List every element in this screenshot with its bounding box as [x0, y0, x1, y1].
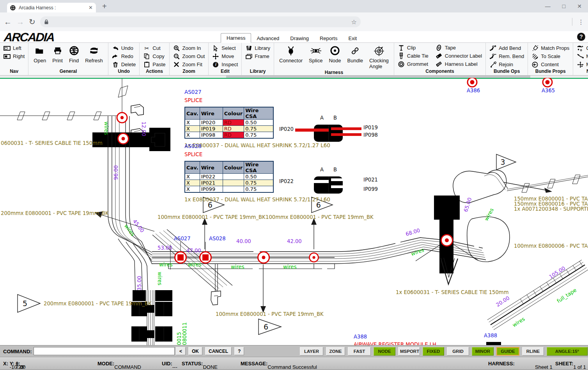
canvas-label: wires	[188, 262, 202, 268]
toggle-angle-15-[interactable]: ANGLE:15°	[547, 347, 588, 356]
move-relative-button[interactable]: Move Relative	[575, 61, 588, 68]
rejoin-icon	[489, 61, 496, 68]
command-label: COMMAND:	[3, 349, 32, 354]
toggle-node[interactable]: NODE	[374, 347, 395, 356]
rail-top-left	[0, 79, 128, 120]
cable-tie-button[interactable]: Cable Tie	[396, 52, 430, 60]
open-button[interactable]: Open	[30, 44, 49, 63]
move-button[interactable]: Move	[211, 53, 239, 60]
canvas-label: B	[333, 167, 337, 173]
copy-button[interactable]: Copy	[142, 53, 167, 60]
window-maximize-icon[interactable]: □	[562, 3, 565, 9]
redo-button[interactable]: Redo	[110, 53, 138, 60]
connector-button[interactable]: Connector	[276, 44, 306, 63]
to-scale-button[interactable]: To Scale	[530, 53, 571, 60]
left-button[interactable]: Left	[2, 44, 26, 52]
browser-menu-icon[interactable]: ⋮	[578, 18, 584, 26]
toggle-zone[interactable]: ZONE	[326, 347, 345, 356]
group-label-undo: Undo	[110, 68, 138, 75]
match-props-button[interactable]: Match Props	[530, 44, 571, 52]
flag-3[interactable]: 3	[496, 154, 516, 170]
drawing-canvas[interactable]: 56663 0600031 - T- SERIES CABLE TIE 150m…	[0, 78, 588, 345]
inspect-button[interactable]: iInspect	[211, 61, 239, 68]
add-bend-button[interactable]: Add Bend	[488, 44, 526, 52]
harness-label-icon	[436, 61, 443, 67]
canvas-label: 0600031 - T- SERIES CABLE TIE 150mm	[1, 140, 103, 146]
tape-button[interactable]: Tape	[434, 44, 484, 51]
browser-tab[interactable]: Arcadia Harness : ✕	[7, 3, 96, 12]
group-label-node-ops: Node Ops	[575, 68, 588, 75]
toggle-minor[interactable]: MINOR	[472, 347, 494, 356]
tab-advanced[interactable]: Advanced	[251, 34, 285, 43]
zoom-in-icon	[173, 45, 180, 51]
find-button[interactable]: Find	[66, 44, 82, 63]
canvas-label: 105.00	[548, 265, 566, 280]
find-globe-icon	[69, 44, 79, 57]
node-button[interactable]: Node	[326, 44, 344, 63]
rail-top-right	[504, 175, 588, 193]
zoom-fit-button[interactable]: Zoom Fit	[172, 61, 207, 68]
group-label-harness: Harness	[276, 69, 392, 76]
window-close-icon[interactable]: ✕	[577, 3, 582, 9]
select-button[interactable]: Select	[211, 44, 239, 52]
tab-close-icon[interactable]: ✕	[89, 5, 93, 11]
canvas-label: A365	[542, 88, 555, 93]
clocking-angle-button[interactable]: Clocking Angle	[366, 44, 392, 69]
paste-button[interactable]: Paste	[142, 61, 167, 68]
toggle-rline[interactable]: RLINE	[522, 347, 544, 356]
command-ok-button[interactable]: OK	[188, 347, 202, 355]
delete-button[interactable]: Delete	[110, 61, 138, 68]
rem-bend-button[interactable]: Rem. Bend	[488, 53, 526, 60]
forward-icon[interactable]: →	[16, 18, 24, 26]
command-?-button[interactable]: ?	[234, 347, 244, 355]
frame-button[interactable]: Frame	[244, 53, 272, 60]
toggle-layer[interactable]: LAYER	[300, 347, 323, 356]
info-icon: i	[212, 62, 219, 67]
connector-label-button[interactable]: Connector Label	[434, 52, 484, 60]
rejoin-button[interactable]: Rejoin	[488, 61, 526, 68]
flag-6[interactable]: 6	[259, 319, 281, 335]
clip-button[interactable]: Clip	[396, 44, 430, 51]
zoom-in-button[interactable]: Zoom In	[172, 44, 207, 52]
help-button[interactable]: ?	[577, 33, 585, 41]
tab-harness[interactable]: Harness	[221, 33, 251, 43]
svg-text:3: 3	[500, 158, 505, 166]
toggle-guide[interactable]: GUIDE	[496, 347, 519, 356]
library-button[interactable]: Library	[244, 44, 272, 52]
zoom-out-button[interactable]: Zoom Out	[172, 53, 207, 60]
canvas-label: 96.00	[113, 165, 119, 180]
toggle-fixed[interactable]: FIXED	[423, 347, 444, 356]
undo-icon	[112, 46, 119, 51]
splice-button[interactable]: Splice	[306, 44, 326, 63]
address-bar[interactable]: ☆	[40, 16, 361, 27]
back-icon[interactable]: ←	[4, 18, 12, 26]
favicon-target-icon	[10, 5, 16, 11]
canvas-label: 12.00	[141, 122, 147, 136]
cut-button[interactable]: ✂Cut	[142, 44, 167, 52]
command-input[interactable]	[34, 347, 175, 355]
tab-reports[interactable]: Reports	[314, 34, 343, 43]
change-node-button[interactable]: Change Node	[575, 44, 588, 52]
tab-exit[interactable]: Exit	[343, 34, 362, 43]
toggle-grid[interactable]: GRID	[447, 347, 469, 356]
window-minimize-icon[interactable]: —	[545, 3, 551, 9]
command-cancel-button[interactable]: CANCEL	[205, 347, 232, 355]
bundle-button[interactable]: Bundle	[344, 44, 366, 63]
move-end-button[interactable]: Move End	[575, 53, 588, 60]
right-button[interactable]: Right	[2, 53, 26, 60]
content-button[interactable]: Content	[530, 61, 571, 68]
harness-label-button[interactable]: Harness Label	[434, 60, 484, 68]
refresh-button[interactable]: Refresh	[82, 44, 106, 63]
bookmark-star-icon[interactable]: ☆	[351, 18, 356, 26]
command-<-button[interactable]: <	[176, 347, 186, 355]
window-titlebar: Arcadia Harness : ✕ + — □ ✕	[0, 0, 588, 12]
flag-5[interactable]: 5	[18, 294, 40, 312]
print-button[interactable]: Print	[49, 44, 66, 63]
toggle-msport[interactable]: MSPORT	[398, 347, 420, 356]
refresh-icon[interactable]: ↻	[29, 17, 35, 26]
tab-drawing[interactable]: Drawing	[285, 34, 314, 43]
new-tab-button[interactable]: +	[102, 2, 107, 10]
toggle-fast[interactable]: FAST	[348, 347, 371, 356]
grommet-button[interactable]: Grommet	[396, 60, 430, 68]
undo-button[interactable]: Undo	[110, 44, 138, 52]
